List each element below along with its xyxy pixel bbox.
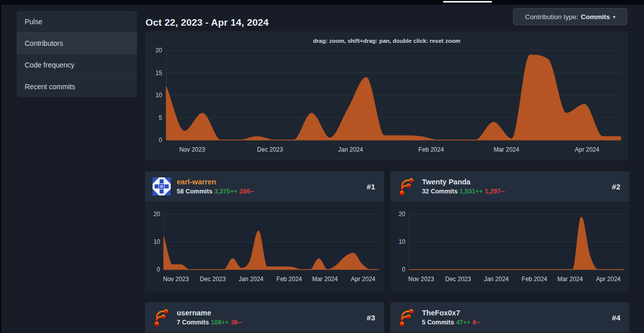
- svg-text:Apr 2024: Apr 2024: [596, 276, 621, 283]
- sidebar-item-recent-commits[interactable]: Recent commits: [17, 76, 137, 97]
- date-range-title: Oct 22, 2023 - Apr 14, 2024: [146, 17, 268, 28]
- forgejo-logo-avatar: [153, 308, 171, 326]
- contributor-name-link[interactable]: earl-warren: [177, 178, 361, 186]
- earl-warren-area-chart: 20100Nov 2023Dec 2023Jan 2024Feb 2024Mar…: [145, 202, 384, 292]
- svg-text:Jan 2024: Jan 2024: [338, 146, 364, 153]
- svg-text:Mar 2024: Mar 2024: [312, 276, 338, 283]
- rank-badge: #1: [367, 182, 375, 191]
- svg-text:0: 0: [157, 266, 160, 273]
- contribution-type-label: Contribution type:: [525, 13, 579, 21]
- svg-text:Jan 2024: Jan 2024: [484, 276, 509, 283]
- svg-text:Mar 2024: Mar 2024: [557, 276, 583, 283]
- contributor-card-header: Twenty Panda 32 Commits1,531++1,297-- #2: [390, 171, 629, 202]
- svg-text:Dec 2023: Dec 2023: [257, 146, 283, 153]
- contributor-stats: 58 Commits3,375++286--: [177, 188, 361, 195]
- activity-sidebar-menu: Pulse Contributors Code frequency Recent…: [17, 11, 137, 97]
- svg-text:0: 0: [159, 137, 162, 144]
- svg-text:Dec 2023: Dec 2023: [445, 276, 471, 283]
- contributor-identity: username 7 Commits108++36--: [177, 309, 361, 326]
- rank-badge: #3: [367, 313, 375, 322]
- svg-text:20: 20: [154, 211, 161, 218]
- top-navbar-edge: [0, 0, 644, 5]
- svg-text:5: 5: [159, 114, 162, 121]
- rank-badge: #2: [612, 182, 620, 191]
- deletions-count: 1,297--: [485, 188, 505, 195]
- contributor-card-header: earl-warren 58 Commits3,375++286-- #1: [145, 171, 384, 202]
- contributor-stats: 32 Commits1,531++1,297--: [422, 188, 606, 195]
- sidebar-item-label: Pulse: [25, 18, 42, 26]
- commit-count: 7 Commits: [177, 319, 209, 326]
- svg-text:Nov 2023: Nov 2023: [163, 276, 189, 283]
- svg-text:Feb 2024: Feb 2024: [276, 276, 302, 283]
- commit-count: 5 Commits: [422, 319, 454, 326]
- contributor-identity: TheFox0x7 5 Commits47++6--: [422, 309, 606, 326]
- overall-commits-panel: drag: zoom, shift+drag: pan, double clic…: [145, 31, 628, 160]
- contributor-identity: Twenty Panda 32 Commits1,531++1,297--: [422, 178, 606, 195]
- svg-text:10: 10: [154, 238, 161, 245]
- svg-text:Mar 2024: Mar 2024: [493, 146, 519, 153]
- caret-down-icon: ▾: [613, 14, 615, 20]
- contributor-card-1: earl-warren 58 Commits3,375++286-- #1 20…: [145, 171, 384, 292]
- deletions-count: 6--: [472, 319, 480, 326]
- contributor-card-4: TheFox0x7 5 Commits47++6-- #4: [390, 302, 629, 333]
- contribution-type-value: Commits: [581, 13, 610, 21]
- contributor-name: Twenty Panda: [422, 178, 606, 186]
- contributor-card-header: TheFox0x7 5 Commits47++6-- #4: [390, 302, 629, 332]
- rank-badge: #4: [612, 313, 620, 322]
- sidebar-item-contributors[interactable]: Contributors: [17, 32, 137, 54]
- svg-text:20: 20: [399, 211, 406, 218]
- additions-count: 1,531++: [460, 188, 483, 195]
- svg-text:Feb 2024: Feb 2024: [418, 146, 444, 153]
- svg-text:Dec 2023: Dec 2023: [200, 276, 226, 283]
- contributor-card-2: Twenty Panda 32 Commits1,531++1,297-- #2…: [390, 171, 629, 292]
- additions-count: 3,375++: [214, 188, 238, 195]
- sidebar-item-code-frequency[interactable]: Code frequency: [17, 54, 137, 76]
- svg-text:15: 15: [156, 70, 163, 77]
- contributor-name: username: [177, 309, 361, 317]
- contributor-stats: 5 Commits47++6--: [422, 319, 606, 326]
- additions-count: 47++: [456, 319, 471, 326]
- window-left-edge: [0, 0, 2, 333]
- svg-text:Feb 2024: Feb 2024: [522, 276, 547, 283]
- deletions-count: 286--: [240, 188, 254, 195]
- additions-count: 108++: [211, 319, 229, 326]
- contributor-card-header: username 7 Commits108++36-- #3: [145, 302, 384, 332]
- deletions-count: 36--: [231, 319, 242, 326]
- svg-text:Apr 2024: Apr 2024: [575, 146, 599, 153]
- svg-text:0: 0: [402, 266, 405, 273]
- svg-text:10: 10: [156, 92, 163, 99]
- overall-commits-area-chart[interactable]: 20151050Nov 2023Dec 2023Jan 2024Feb 2024…: [145, 31, 628, 160]
- contributor-chart-area: 20100Nov 2023Dec 2023Jan 2024Feb 2024Mar…: [145, 202, 384, 292]
- sidebar-item-label: Contributors: [25, 39, 63, 47]
- svg-text:20: 20: [156, 47, 163, 54]
- contribution-type-dropdown[interactable]: Contribution type: Commits ▾: [513, 8, 627, 25]
- contributor-stats: 7 Commits108++36--: [177, 319, 361, 326]
- commit-count: 58 Commits: [177, 188, 212, 195]
- twenty-panda-area-chart: 20100Nov 2023Dec 2023Jan 2024Feb 2024Mar…: [390, 202, 629, 292]
- contributor-chart-area: 20100Nov 2023Dec 2023Jan 2024Feb 2024Mar…: [390, 202, 629, 292]
- active-tab-indicator: [443, 1, 492, 3]
- svg-text:Nov 2023: Nov 2023: [408, 276, 435, 283]
- commit-count: 32 Commits: [422, 188, 458, 195]
- sidebar-item-label: Code frequency: [25, 61, 75, 69]
- contributor-card-3: username 7 Commits108++36-- #3: [145, 302, 384, 333]
- svg-text:10: 10: [399, 238, 406, 245]
- svg-text:Apr 2024: Apr 2024: [351, 276, 376, 283]
- svg-text:Nov 2023: Nov 2023: [179, 146, 205, 153]
- svg-text:Jan 2024: Jan 2024: [239, 276, 264, 283]
- contributor-name: TheFox0x7: [422, 309, 606, 317]
- sidebar-item-label: Recent commits: [25, 83, 75, 91]
- contributor-identity: earl-warren 58 Commits3,375++286--: [177, 178, 361, 195]
- forgejo-logo-avatar: [398, 308, 416, 326]
- identicon-avatar[interactable]: [153, 177, 171, 195]
- sidebar-item-pulse[interactable]: Pulse: [17, 11, 137, 32]
- forgejo-logo-avatar: [398, 177, 416, 195]
